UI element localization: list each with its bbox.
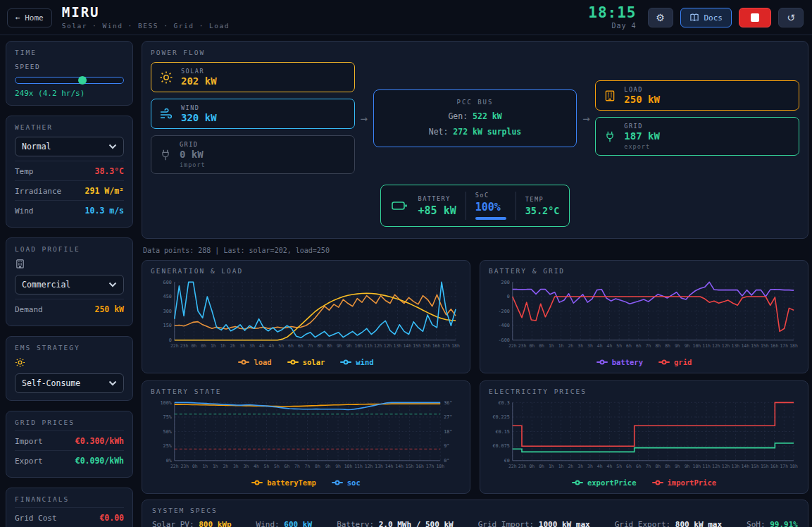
svg-text:16h: 16h — [416, 464, 424, 469]
svg-text:4h: 4h — [607, 464, 613, 469]
docs-button[interactable]: Docs — [680, 8, 732, 27]
legend-item-grid[interactable]: grid — [658, 358, 692, 366]
load-profile-select[interactable]: Commercial — [15, 275, 124, 294]
legend-item-wind[interactable]: wind — [340, 358, 373, 366]
spec-item: SoH: 99.91% — [747, 520, 798, 527]
load-profile-rows: Demand 250 kW — [15, 299, 124, 318]
legend-label: solar — [303, 358, 325, 366]
svg-text:6h: 6h — [285, 464, 290, 469]
kv-label: Import — [15, 437, 43, 446]
ems-strategy-panel: EMS STRATEGY Self-Consume — [6, 336, 133, 401]
svg-text:16h: 16h — [432, 343, 441, 349]
svg-text:3h: 3h — [244, 464, 249, 469]
svg-text:8h: 8h — [665, 343, 670, 349]
back-arrow-icon: ← — [15, 13, 20, 23]
legend-marker-icon — [596, 361, 608, 363]
svg-text:10h: 10h — [344, 464, 353, 469]
settings-button[interactable]: ⚙ — [648, 8, 673, 27]
svg-text:0: 0 — [507, 294, 510, 299]
flow-arrow-left: → — [356, 111, 372, 125]
svg-text:15h: 15h — [751, 464, 759, 469]
svg-text:3h: 3h — [587, 464, 593, 469]
power-flow-title: POWER FLOW — [151, 49, 799, 56]
home-button[interactable]: ← Home — [7, 8, 52, 27]
speed-slider[interactable] — [15, 77, 124, 84]
legend-item-importPrice[interactable]: importPrice — [652, 478, 717, 487]
svg-text:7h: 7h — [305, 464, 311, 469]
svg-text:€0.225: €0.225 — [492, 414, 509, 420]
legend-marker-icon — [340, 361, 351, 363]
svg-text:0h: 0h — [529, 343, 535, 349]
grid-export-card-label: GRID — [624, 123, 660, 130]
kv-row: Export €0.090/kWh — [15, 450, 124, 470]
svg-text:5h: 5h — [278, 343, 284, 349]
legend-item-load[interactable]: load — [238, 358, 271, 366]
svg-text:16h: 16h — [770, 343, 779, 349]
svg-text:1h: 1h — [549, 464, 554, 469]
kv-value: €0.00 — [99, 513, 124, 523]
main-content: POWER FLOW SOLAR 202 kW — [142, 41, 808, 527]
grid-import-card-value: 0 kW — [180, 149, 206, 160]
time-panel: TIME SPEED 249x (4.2 hr/s) — [6, 41, 133, 106]
solar-card-label: SOLAR — [181, 68, 217, 75]
kv-row: Demand 250 kW — [15, 299, 124, 318]
chart-legend: exportPriceimportPrice — [489, 477, 799, 489]
solar-card-value: 202 kW — [181, 75, 217, 87]
home-button-label: Home — [25, 13, 44, 23]
battery-label: BATTERY — [418, 195, 456, 202]
sun-icon — [15, 357, 25, 368]
battery-state-chart: 0%25%50%75%100%0°9°18°27°36°22h23h0h1h1h… — [151, 398, 461, 477]
book-icon — [689, 13, 699, 22]
grid-import-card-label: GRID — [180, 141, 206, 148]
battery-temp-value: 35.2°C — [525, 205, 560, 216]
legend-item-batteryTemp[interactable]: batteryTemp — [251, 478, 316, 487]
legend-item-exportPrice[interactable]: exportPrice — [572, 478, 637, 487]
stop-button[interactable] — [739, 8, 771, 27]
kv-label: Grid Cost — [15, 514, 57, 523]
svg-text:8h: 8h — [317, 343, 323, 349]
load-profile-panel: LOAD PROFILE Commercial Demand 250 kW — [6, 237, 133, 326]
legend-item-solar[interactable]: solar — [287, 358, 325, 366]
svg-text:-200: -200 — [499, 309, 510, 314]
svg-text:3h: 3h — [577, 464, 583, 469]
reset-button[interactable]: ↺ — [778, 8, 804, 27]
svg-text:17h: 17h — [780, 464, 788, 469]
svg-text:22h: 22h — [170, 464, 179, 469]
svg-text:15h: 15h — [413, 343, 421, 349]
legend-marker-icon — [251, 482, 263, 483]
speed-slider-thumb[interactable] — [78, 76, 87, 85]
svg-text:22h: 22h — [508, 343, 517, 349]
spec-value: 1000 kW max — [539, 520, 590, 527]
svg-text:22h: 22h — [170, 343, 179, 349]
spec-label: Grid Export: — [615, 520, 670, 527]
svg-text:9h: 9h — [337, 343, 342, 349]
legend-marker-icon — [238, 361, 249, 363]
svg-text:4h: 4h — [259, 343, 265, 349]
svg-text:9h: 9h — [325, 464, 331, 469]
svg-text:18°: 18° — [444, 429, 452, 435]
legend-label: soc — [347, 478, 361, 487]
svg-text:18h: 18h — [789, 343, 798, 349]
legend-label: grid — [674, 358, 692, 366]
svg-text:5h: 5h — [616, 343, 622, 349]
legend-label: battery — [612, 358, 643, 366]
svg-text:13h: 13h — [732, 464, 740, 469]
svg-text:27°: 27° — [444, 414, 452, 420]
svg-text:9h: 9h — [335, 464, 341, 469]
svg-text:6h: 6h — [288, 343, 294, 349]
svg-text:1h: 1h — [220, 343, 226, 349]
svg-text:7h: 7h — [646, 343, 651, 349]
legend-item-soc[interactable]: soc — [332, 478, 361, 487]
pcc-net-value: 272 kW surplus — [453, 127, 521, 137]
ems-strategy-select[interactable]: Self-Consume — [15, 373, 124, 393]
legend-item-battery[interactable]: battery — [596, 358, 643, 366]
svg-text:13h: 13h — [732, 343, 740, 349]
spec-label: Battery: — [337, 520, 374, 527]
weather-select[interactable]: Normal — [15, 137, 124, 156]
kv-label: Export — [15, 457, 43, 466]
svg-text:9h: 9h — [346, 343, 352, 349]
svg-text:15h: 15h — [761, 343, 769, 349]
reset-icon: ↺ — [787, 12, 795, 23]
building-icon — [604, 89, 616, 102]
svg-text:4h: 4h — [597, 464, 603, 469]
